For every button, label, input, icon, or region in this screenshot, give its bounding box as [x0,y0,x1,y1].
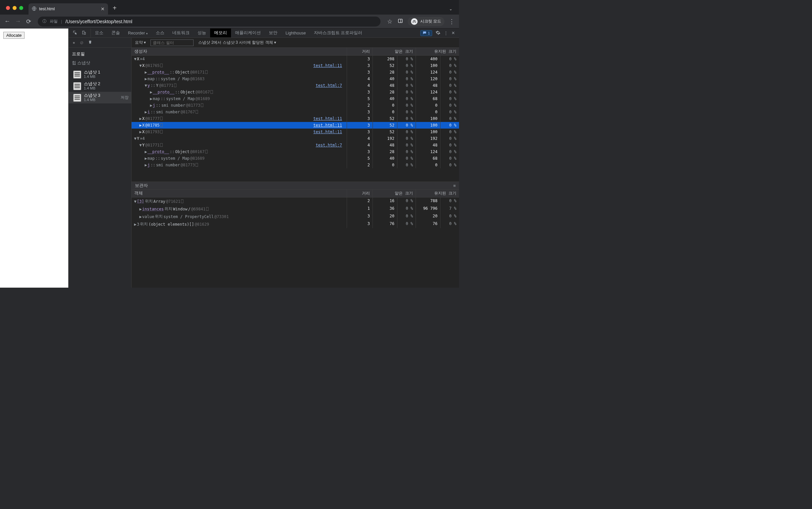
browser-tab[interactable]: test.html ✕ [29,3,108,14]
disclosure-arrow-icon[interactable]: ▼ [139,143,142,147]
kebab-menu-icon[interactable]: ⋮ [448,18,455,25]
table-row[interactable]: ▼ [3] 위치 Array @71621 ⎕ 2 16 0 % 788 0 % [132,198,459,205]
table-row[interactable]: ▶ __proto__ :: Object @80167 ⎕ 3 28 0 % … [132,148,459,155]
disclosure-arrow-icon[interactable]: ▶ [144,70,147,74]
disclosure-arrow-icon[interactable]: ▶ [149,90,153,95]
snapshot-save-link[interactable]: 저장 [121,95,129,100]
tab-list-chevron-icon[interactable]: ⌄ [449,7,459,14]
table-row[interactable]: ▼ X ×4 3 208 0 % 400 0 % [132,56,459,62]
star-icon[interactable]: ☆ [386,18,393,25]
table-row[interactable]: ▶ __proto__ :: Object @80167 ⎕ 3 28 0 % … [132,89,459,96]
snapshot-item[interactable]: 스냅샷 2 1.4 MB [69,80,131,92]
table-row[interactable]: ▶ __proto__ :: Object @80171 ⎕ 3 28 0 % … [132,69,459,75]
disclosure-arrow-icon[interactable]: ▶ [139,116,142,121]
devtools-tab[interactable]: 메모리 [210,29,231,37]
disclosure-arrow-icon[interactable]: ▼ [144,83,147,88]
clear-icon[interactable]: ⊘ [80,40,83,45]
table-row[interactable]: ▼ Y @81771 ⎕ test.html:7 4 48 0 % 48 0 % [132,142,459,148]
disclosure-arrow-icon[interactable]: ▶ [144,149,147,154]
retained-cell: 76 [416,220,440,228]
allocate-button[interactable]: Allocate [3,32,25,39]
col-object[interactable]: 객체 [132,190,347,197]
table-row[interactable]: ▼ X @81765 ⎕ test.html:11 3 52 0 % 100 0… [132,62,459,69]
table-row[interactable]: ▶ j :: smi number @81773 ⎕ 2 0 0 % 0 0 % [132,162,459,168]
new-tab-button[interactable]: + [108,4,121,14]
table-row[interactable]: ▼ Y ×4 4 192 0 % 192 0 % [132,135,459,142]
table-row[interactable]: ▶ map :: system / Map @81683 4 40 0 % 12… [132,75,459,82]
disclosure-arrow-icon[interactable]: ▶ [149,103,153,108]
table-row[interactable]: ▶ X @81793 ⎕ test.html:11 3 52 0 % 100 0… [132,129,459,135]
delete-icon[interactable] [88,40,92,45]
devtools-tab[interactable]: Lighthouse [281,29,310,37]
source-link[interactable]: test.html:11 [313,130,344,134]
col-constructor[interactable]: 생성자 [132,48,347,55]
table-row[interactable]: ▶ X @81785 ⎕ test.html:11 3 52 0 % 100 0… [132,122,459,129]
devtools-tab[interactable]: 애플리케이션 [231,29,265,37]
close-window-icon[interactable] [6,6,10,10]
record-icon[interactable]: ● [73,40,75,45]
col-retained[interactable]: 유지된 크기 [416,48,459,55]
disclosure-arrow-icon[interactable]: ▶ [144,163,147,167]
disclosure-arrow-icon[interactable]: ▶ [139,123,142,128]
disclosure-arrow-icon[interactable]: ▶ [144,110,147,114]
disclosure-arrow-icon[interactable]: ▶ [144,76,147,81]
disclosure-arrow-icon[interactable]: ▶ [139,214,142,219]
disclosure-arrow-icon[interactable]: ▼ [134,199,137,204]
devtools-tab[interactable]: 성능 [194,29,210,37]
col-distance[interactable]: 거리 [347,48,373,55]
close-tab-icon[interactable]: ✕ [101,6,105,11]
panel-icon[interactable] [397,18,404,25]
disclosure-arrow-icon[interactable]: ▼ [134,57,137,61]
source-link[interactable]: test.html:7 [316,143,344,147]
retainers-rows[interactable]: ▼ [3] 위치 Array @71621 ⎕ 2 16 0 % 788 0 %… [132,198,459,287]
devtools-tab[interactable]: 요소 [91,29,107,37]
disclosure-arrow-icon[interactable]: ▼ [139,63,142,68]
snapshot-item[interactable]: 스냅샷 3 1.4 MB 저장 [69,92,131,103]
devtools-tab[interactable]: 네트워크 [168,29,194,37]
table-row[interactable]: ▶ j :: smi number @81773 ⎕ 2 0 0 % 0 0 % [132,102,459,109]
table-row[interactable]: ▶ 3 위치 (object elements)[] @81629 3 76 0… [132,220,459,228]
inspect-icon[interactable] [73,30,77,36]
class-filter-input[interactable] [150,39,194,46]
disclosure-arrow-icon[interactable]: ▶ [134,222,137,227]
table-row[interactable]: ▶ instances 위치 Window / @69841 ⎕ 1 36 0 … [132,205,459,213]
messages-badge[interactable]: 1 [420,30,432,36]
settings-gear-icon[interactable] [436,30,440,36]
table-row[interactable]: ▶ map :: system / Map @81689 5 40 0 % 68… [132,96,459,102]
devtools-tab[interactable]: 콘솔 [107,29,124,37]
fullscreen-window-icon[interactable] [19,6,23,10]
table-row[interactable]: ▶ X @81777 ⎕ test.html:11 3 52 0 % 100 0… [132,115,459,122]
source-link[interactable]: test.html:11 [313,123,344,128]
retainers-menu-icon[interactable]: ≡ [453,183,456,188]
table-row[interactable]: ▶ i :: smi number @81767 ⎕ 3 0 0 % 0 0 % [132,109,459,115]
devtools-kebab-icon[interactable]: ⋮ [444,31,448,35]
disclosure-arrow-icon[interactable]: ▶ [144,156,147,161]
back-icon[interactable]: ← [4,18,11,25]
constructors-rows[interactable]: ▼ X ×4 3 208 0 % 400 0 % ▼ X @81765 ⎕ te… [132,56,459,181]
allocation-filter-dropdown[interactable]: 스냅샷 2에서 스냅샷 3 사이에 할당된 객체 ▾ [198,40,276,45]
devtools-tab[interactable]: 자바스크립트 프로파일러 [310,29,366,37]
summary-dropdown[interactable]: 요약 ▾ [135,40,146,45]
col-shallow[interactable]: 얕은 크기 [373,48,416,55]
disclosure-arrow-icon[interactable]: ▶ [139,207,142,211]
source-link[interactable]: test.html:7 [316,83,344,88]
devtools-tab[interactable]: Recorder ▴ [124,29,152,37]
devtools-close-icon[interactable]: ✕ [451,31,455,35]
snapshot-item[interactable]: 스냅샷 1 1.4 MB [69,69,131,80]
table-row[interactable]: ▶ value 위치 system / PropertyCell @73301 … [132,213,459,220]
devtools-tab[interactable]: 보안 [265,29,281,37]
devtools-tab[interactable]: 소스 [152,29,168,37]
disclosure-arrow-icon[interactable]: ▶ [149,96,153,101]
source-link[interactable]: test.html:11 [313,63,344,68]
disclosure-arrow-icon[interactable]: ▼ [134,136,137,141]
source-link[interactable]: test.html:11 [313,116,344,121]
table-row[interactable]: ▶ map :: system / Map @81689 5 40 0 % 68… [132,155,459,162]
minimize-window-icon[interactable] [12,6,16,10]
incognito-badge[interactable]: 시크릿 모드 [408,17,444,26]
disclosure-arrow-icon[interactable]: ▶ [139,130,142,134]
site-info-icon[interactable]: ⓘ [42,19,46,24]
table-row[interactable]: ▼ y :: Y @81771 ⎕ test.html:7 4 48 0 % 4… [132,82,459,89]
reload-icon[interactable]: ⟳ [25,18,32,25]
device-toggle-icon[interactable] [81,30,87,36]
url-field[interactable]: ⓘ 파일 | /Users/yceffort/Desktop/test.html [38,16,380,27]
